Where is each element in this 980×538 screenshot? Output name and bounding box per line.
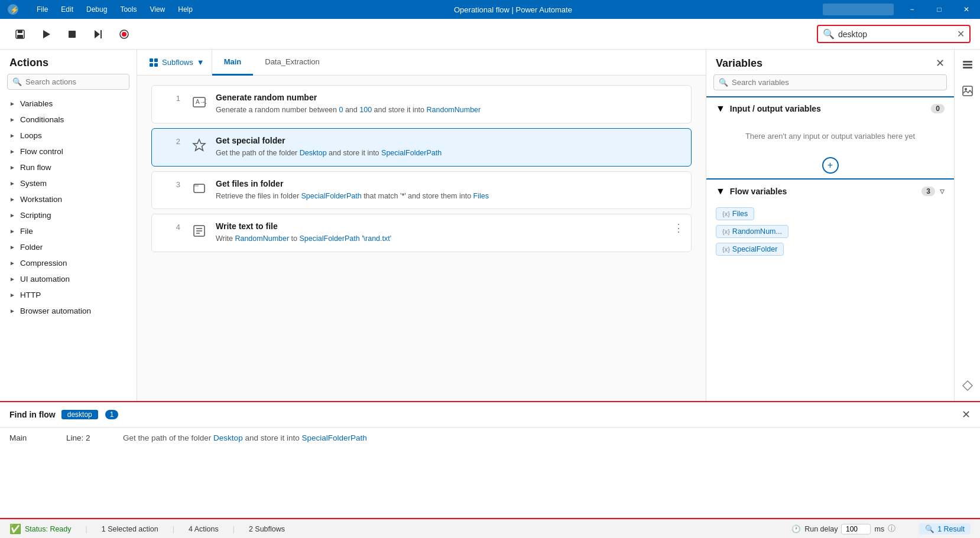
input-output-section: ▼ Input / output variables 0 There aren'… [706, 96, 954, 178]
var-item-files[interactable]: {x} Files [716, 207, 754, 220]
step-number: 3 [161, 179, 180, 189]
flow-step-1[interactable]: 1 A→Z Generate random number Generate a … [151, 85, 692, 123]
chevron-down-icon: ▼ [716, 186, 725, 197]
step-more-button[interactable]: ⋮ [673, 221, 684, 234]
record-button[interactable] [113, 24, 135, 45]
svg-marker-5 [43, 30, 50, 38]
find-in-flow-header: Find in flow desktop 1 ✕ [0, 402, 980, 428]
search-clear-button[interactable]: ✕ [957, 28, 965, 40]
menu-debug[interactable]: Debug [80, 3, 113, 16]
actions-search-input[interactable] [25, 77, 125, 86]
tab-main[interactable]: Main [212, 50, 254, 76]
step-title: Get special folder [216, 136, 682, 145]
menu-help[interactable]: Help [172, 3, 199, 16]
save-button[interactable] [9, 24, 31, 45]
var-prefix: {x} [722, 210, 730, 217]
action-group-scripting[interactable]: ► Scripting [0, 207, 137, 223]
action-group-label: Run flow [20, 163, 51, 172]
find-close-button[interactable]: ✕ [962, 408, 971, 421]
action-group-label: System [20, 179, 47, 188]
actions-search-box[interactable]: 🔍 [7, 74, 129, 90]
toolbar: 🔍 desktop ✕ [0, 19, 980, 50]
run-delay-section: 🕐 Run delay ms ⓘ [791, 524, 895, 534]
action-group-folder[interactable]: ► Folder [0, 239, 137, 255]
actions-title: Actions [0, 50, 137, 74]
var-name: SpecialFolder [732, 245, 777, 253]
subflows-button[interactable]: Subflows ▼ [142, 50, 212, 76]
next-step-button[interactable] [87, 24, 109, 45]
action-group-browser-automation[interactable]: ► Browser automation [0, 303, 137, 319]
step-icon [190, 221, 209, 240]
window-title: Operational flow | Power Automate [203, 5, 823, 14]
image-icon[interactable] [957, 80, 978, 102]
step-desc: Write RandomNumber to SpecialFolderPath … [216, 233, 682, 244]
menu-view[interactable]: View [144, 3, 171, 16]
svg-rect-11 [150, 58, 153, 62]
chevron-right-icon: ► [9, 132, 15, 139]
run-delay-input[interactable] [841, 524, 871, 534]
close-button[interactable]: ✕ [953, 0, 980, 19]
flow-step-3[interactable]: 3 Get files in folder Retrieve the files… [151, 171, 692, 210]
action-group-run-flow[interactable]: ► Run flow [0, 159, 137, 175]
run-button[interactable] [35, 24, 57, 45]
action-group-label: File [20, 227, 33, 236]
action-group-compression[interactable]: ► Compression [0, 255, 137, 271]
chevron-right-icon: ► [9, 260, 15, 266]
flow-variables-section: ▼ Flow variables 3 ▿ {x} Files {x} Rando… [706, 178, 954, 401]
chevron-right-icon: ► [9, 244, 15, 250]
stop-button[interactable] [61, 24, 83, 45]
step-icon [190, 179, 209, 198]
tab-data-extraction[interactable]: Data_Extraction [253, 50, 332, 76]
step-content: Get files in folder Retrieve the files i… [216, 179, 682, 202]
action-group-label: HTTP [20, 291, 41, 299]
result-button[interactable]: 🔍 1 Result [919, 523, 971, 534]
run-delay-icon: 🕐 [791, 524, 801, 533]
var-item-specialfolder[interactable]: {x} SpecialFolder [716, 243, 784, 256]
svg-rect-6 [69, 31, 76, 38]
find-result-row[interactable]: Main Line: 2 Get the path of the folder … [0, 428, 980, 448]
action-group-label: Folder [20, 243, 43, 252]
layers-icon[interactable] [957, 54, 978, 76]
svg-marker-17 [193, 139, 205, 151]
var-item-randomnum[interactable]: {x} RandomNum... [716, 225, 788, 238]
flow-step-4[interactable]: 4 Write text to file Write RandomNumber … [151, 214, 692, 252]
step-title: Get files in folder [216, 179, 682, 188]
chevron-right-icon: ► [9, 276, 15, 282]
status-text: Status: Ready [25, 525, 72, 533]
action-group-ui-automation[interactable]: ► UI automation [0, 271, 137, 287]
action-group-loops[interactable]: ► Loops [0, 128, 137, 144]
filter-icon[interactable]: ▿ [940, 185, 945, 197]
menu-file[interactable]: File [31, 3, 54, 16]
diamond-icon[interactable] [957, 375, 978, 396]
add-variable-button[interactable]: + [822, 157, 839, 174]
maximize-button[interactable]: □ [926, 0, 953, 19]
minimize-button[interactable]: − [898, 0, 926, 19]
tabs-bar: Subflows ▼ Main Data_Extraction [137, 50, 706, 76]
action-group-workstation[interactable]: ► Workstation [0, 191, 137, 207]
chevron-right-icon: ► [9, 180, 15, 187]
flow-search-bar[interactable]: 🔍 desktop ✕ [817, 25, 971, 43]
action-group-http[interactable]: ► HTTP [0, 287, 137, 303]
variables-search-input[interactable] [732, 78, 942, 87]
menu-edit[interactable]: Edit [55, 3, 79, 16]
action-group-file[interactable]: ► File [0, 223, 137, 239]
subflows-count: 2 Subflows [249, 525, 285, 533]
variables-close-button[interactable]: ✕ [936, 57, 945, 70]
svg-rect-8 [100, 30, 102, 38]
action-group-system[interactable]: ► System [0, 175, 137, 191]
svg-rect-14 [154, 63, 158, 67]
flow-search-input[interactable]: desktop [838, 30, 957, 39]
variables-search-box[interactable]: 🔍 [713, 74, 947, 90]
svg-marker-7 [95, 30, 100, 38]
step-desc: Get the path of the folder Desktop and s… [216, 148, 682, 159]
step-number: 4 [161, 221, 180, 231]
action-group-variables[interactable]: ► Variables [0, 96, 137, 112]
menu-tools[interactable]: Tools [114, 3, 142, 16]
flow-step-2[interactable]: 2 Get special folder Get the path of the… [151, 128, 692, 167]
flow-variables-header: ▼ Flow variables 3 ▿ [706, 180, 954, 203]
action-group-conditionals[interactable]: ► Conditionals [0, 112, 137, 128]
main-pane-row: Actions 🔍 ► Variables ► Conditionals ► L… [0, 50, 980, 401]
input-output-section-header[interactable]: ▼ Input / output variables 0 [706, 97, 954, 120]
action-group-flow-control[interactable]: ► Flow control [0, 144, 137, 159]
chevron-right-icon: ► [9, 308, 15, 314]
